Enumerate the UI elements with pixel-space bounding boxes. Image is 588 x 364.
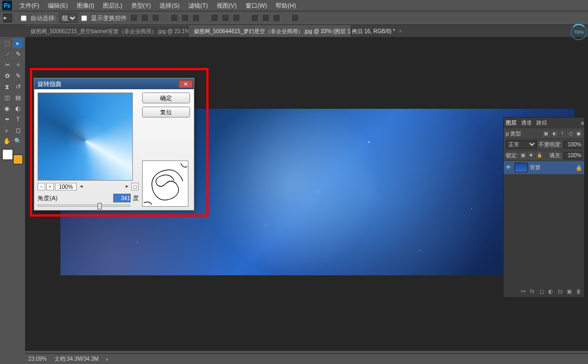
filter-smart-icon[interactable]: ▣ (575, 131, 582, 137)
show-transform-check[interactable] (81, 15, 87, 21)
crop-tool[interactable]: ✂ (2, 60, 12, 70)
preview-zoom-field[interactable] (55, 183, 77, 190)
blend-mode-dropdown[interactable]: 正常 (506, 140, 537, 149)
layer-thumb[interactable] (514, 163, 528, 172)
menu-view[interactable]: 视图(V) (212, 2, 241, 10)
menu-type[interactable]: 类型(Y) (127, 2, 156, 10)
eraser-tool[interactable]: ◫ (2, 92, 12, 102)
panel-tab-paths[interactable]: 路径 (536, 119, 547, 127)
reset-button[interactable]: 复位 (142, 107, 190, 118)
align-icon-2[interactable] (141, 14, 149, 22)
hand-tool[interactable]: ✋ (2, 136, 12, 146)
lock-position-icon[interactable]: ✚ (528, 152, 535, 159)
quick-select-tool[interactable]: ✎ (13, 49, 23, 59)
heal-tool[interactable]: ✿ (2, 71, 12, 81)
menu-window[interactable]: 窗口(W) (241, 2, 272, 10)
group-icon[interactable]: 🗀 (556, 288, 564, 295)
trash-icon[interactable]: 🗑 (575, 288, 582, 295)
background-swatch[interactable] (13, 155, 23, 164)
active-tool-icon[interactable]: ▸ (3, 14, 12, 22)
distribute-icon-3[interactable] (232, 14, 240, 22)
align-icon-1[interactable] (130, 14, 138, 22)
distribute-icon-1[interactable] (211, 14, 218, 22)
status-docinfo[interactable]: 文档:34.3M/34.3M (54, 355, 99, 363)
filter-shape-icon[interactable]: ◻ (567, 131, 574, 137)
blur-tool[interactable]: ◉ (2, 103, 12, 113)
status-arrow-icon[interactable]: ▸ (106, 356, 109, 362)
menu-help[interactable]: 帮助(H) (271, 2, 300, 10)
ok-button[interactable]: 确定 (142, 92, 190, 103)
distribute-icon-2[interactable] (222, 14, 229, 22)
3d-mode-icon[interactable] (291, 14, 299, 22)
panel-menu-icon[interactable]: ≡ (581, 120, 584, 126)
panel-tab-layers[interactable]: 图层 (506, 119, 517, 127)
zoom-tool[interactable]: 🔍 (13, 136, 23, 146)
fx-icon[interactable]: fx (529, 288, 536, 295)
angle-field[interactable] (113, 194, 131, 202)
panel-tab-channels[interactable]: 通道 (521, 119, 532, 127)
pen-tool[interactable]: ✒ (2, 114, 12, 124)
opacity-field[interactable] (564, 141, 582, 149)
show-transform-label: 显示变换控件 (91, 14, 127, 22)
doc-tab-0[interactable]: 摄图网_500862215_星空banner背景（非企业商用）.jpg @ 23… (25, 25, 188, 37)
lasso-tool[interactable]: ⟋ (2, 49, 12, 59)
dodge-tool[interactable]: ◐ (13, 103, 23, 113)
align-icon-6[interactable] (192, 14, 200, 22)
swirl-diagram (142, 161, 188, 207)
slider-thumb[interactable] (97, 203, 102, 209)
zoom-out-button[interactable]: − (38, 183, 45, 190)
distribute-icon-6[interactable] (273, 14, 280, 22)
lock-pixels-icon[interactable]: ▦ (520, 152, 526, 159)
menu-file[interactable]: 文件(F) (15, 2, 44, 10)
color-swatches[interactable] (2, 149, 23, 164)
zoom-left-icon[interactable]: ◂ (78, 183, 84, 190)
filter-adjust-icon[interactable]: ◐ (551, 131, 558, 137)
stamp-tool[interactable]: ⧗ (2, 82, 12, 91)
distribute-icon-5[interactable] (262, 14, 270, 22)
menu-layer[interactable]: 图层(L) (99, 2, 126, 10)
dialog-titlebar[interactable]: 旋转扭曲 ✕ (34, 78, 194, 89)
close-icon[interactable]: × (399, 28, 402, 34)
menu-filter[interactable]: 滤镜(T) (184, 2, 212, 10)
filter-type-icon[interactable]: T (559, 131, 566, 137)
align-icon-5[interactable] (181, 14, 189, 22)
zoom-in-button[interactable]: + (46, 183, 54, 190)
layers-panel: 图层 通道 路径 ≡ ρ 类型 ▦ ◐ T ◻ ▣ 正常 不透明度: 锁定: ▦… (503, 117, 585, 298)
distribute-icon-4[interactable] (251, 14, 259, 22)
menu-edit[interactable]: 编辑(E) (44, 2, 72, 10)
history-brush-tool[interactable]: ↺ (13, 82, 23, 91)
fill-field[interactable] (564, 152, 582, 159)
visibility-icon[interactable]: 👁 (506, 164, 512, 171)
auto-select-check[interactable] (21, 15, 26, 21)
menu-select[interactable]: 选择(S) (155, 2, 184, 10)
dialog-close-button[interactable]: ✕ (179, 80, 193, 88)
status-zoom[interactable]: 23.09% (28, 356, 47, 362)
zoom-right-icon[interactable]: ▸ (124, 183, 130, 190)
move-tool[interactable]: ⬚ (2, 38, 12, 48)
filter-preview[interactable] (38, 92, 133, 181)
new-layer-icon[interactable]: ▣ (566, 288, 573, 295)
align-icon-3[interactable] (152, 14, 160, 22)
align-icon-4[interactable] (170, 14, 178, 22)
type-tool[interactable]: T (13, 114, 23, 124)
lock-all-icon[interactable]: 🔒 (536, 152, 543, 159)
foreground-swatch[interactable] (2, 149, 13, 160)
layer-name[interactable]: 背景 (530, 164, 541, 171)
menu-image[interactable]: 图像(I) (72, 2, 99, 10)
eyedropper-tool[interactable]: ✧ (13, 60, 23, 70)
brush-tool[interactable]: ✎ (13, 71, 23, 81)
link-icon[interactable]: ⚯ (519, 288, 526, 295)
doc-tab-1[interactable]: 摄图网_500644615_梦幻星空（非企业商用）.jpg @ 33% (图层 … (188, 25, 352, 37)
path-select-tool[interactable]: ▹ (2, 125, 12, 135)
angle-slider[interactable] (38, 205, 130, 207)
auto-select-dropdown[interactable]: 组 (59, 13, 77, 23)
shape-tool[interactable]: ◻ (13, 125, 23, 135)
gradient-tool[interactable]: ▤ (13, 92, 23, 102)
artboard-tool[interactable]: ▸ (13, 38, 23, 48)
opacity-label: 不透明度: (538, 141, 562, 149)
fit-button[interactable]: ▢ (131, 183, 139, 190)
layer-row[interactable]: 👁 背景 🔒 (504, 161, 584, 174)
filter-pixel-icon[interactable]: ▦ (543, 131, 549, 137)
mask-icon[interactable]: ◻ (538, 288, 545, 295)
adjustment-icon[interactable]: ◐ (547, 288, 554, 295)
